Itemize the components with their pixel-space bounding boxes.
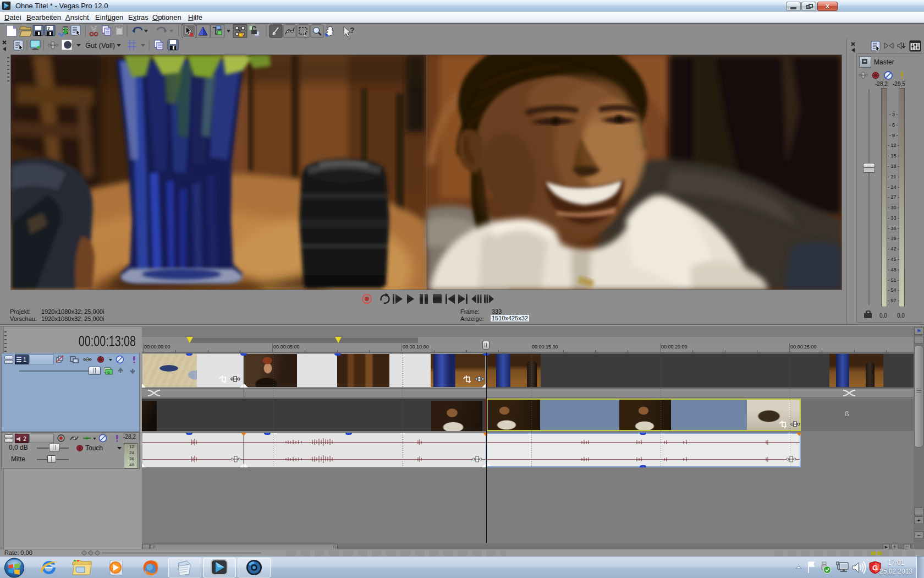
svg-text:α: α	[107, 370, 110, 375]
svg-text:?: ?	[350, 26, 355, 35]
svg-text:?: ?	[47, 26, 50, 31]
svg-text:Gut (Voll): Gut (Voll)	[85, 41, 115, 50]
svg-text:G: G	[872, 564, 878, 572]
